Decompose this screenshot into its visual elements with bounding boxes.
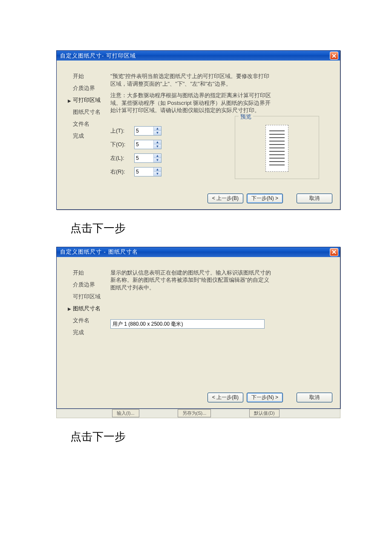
step-media-bounds: 介质边界 [68,84,110,92]
label-right: 右(R): [110,168,134,176]
help-text: 显示的默认信息表明正在创建的图纸尺寸。输入标识该图纸尺寸的新名称。新的图纸尺寸名… [110,269,272,292]
spin-bottom[interactable]: ▲▼ [134,140,161,149]
close-icon [332,54,336,58]
spin-down-icon[interactable]: ▼ [154,131,161,135]
input-right[interactable] [135,168,153,176]
ghost-input-button: 输入(I)... [112,409,139,417]
ghost-saveas-button: 另存为(S)... [178,409,211,417]
input-bottom[interactable] [135,140,153,149]
label-bottom: 下(O): [110,141,134,148]
input-top[interactable] [135,127,153,135]
paper-size-name-input[interactable] [110,319,265,329]
next-button[interactable]: 下一步(N) > [247,393,283,402]
instruction-text-1: 点击下一步 [70,221,392,236]
dialog-paper-size-name: 自定义图纸尺寸 - 图纸尺寸名 开始 介质边界 可打印区域 图纸尺寸名 文件名 … [56,247,340,409]
spin-up-icon[interactable]: ▲ [154,127,161,131]
preview-label: 预览 [239,113,253,121]
close-button[interactable] [330,52,338,60]
step-filename: 文件名 [68,120,110,128]
label-left: 左(L): [110,154,134,162]
titlebar[interactable]: 自定义图纸尺寸- 可打印区域 [57,51,340,61]
margin-inputs: 上(T): ▲▼ 下(O): ▲▼ [110,126,161,182]
preview-groupbox: 预览 [235,116,319,179]
next-button[interactable]: 下一步(N) > [247,194,283,203]
ghost-default-button: 默认值(D) [249,409,279,417]
background-toolbar: 输入(I)... 另存为(S)... 默认值(D) [56,409,340,418]
back-button[interactable]: < 上一步(B) [208,194,243,203]
spin-up-icon[interactable]: ▲ [154,168,161,172]
spin-up-icon[interactable]: ▲ [154,140,161,145]
spin-right[interactable]: ▲▼ [134,167,161,176]
step-printable-area: 可打印区域 [68,96,110,104]
step-paper-name: 图纸尺寸名 [68,108,110,116]
step-finish: 完成 [68,132,110,140]
step-start: 开始 [68,72,110,80]
spin-down-icon[interactable]: ▼ [154,158,161,162]
spin-down-icon[interactable]: ▼ [154,172,161,176]
close-button[interactable] [330,248,338,256]
label-top: 上(T): [110,127,134,135]
back-button[interactable]: < 上一步(B) [208,393,243,402]
input-left[interactable] [135,154,153,162]
wizard-steps: 开始 介质边界 可打印区域 图纸尺寸名 文件名 完成 [68,72,110,182]
dialog-title: 自定义图纸尺寸- 可打印区域 [60,52,136,60]
dialog-printable-area: 自定义图纸尺寸- 可打印区域 开始 介质边界 可打印区域 图纸尺寸名 文件名 完… [56,50,340,210]
help-text-2: 注意：大多数驱动程序根据与图纸边界的指定距离来计算可打印区域。某些驱动程序（如 … [110,92,272,114]
titlebar[interactable]: 自定义图纸尺寸 - 图纸尺寸名 [57,247,340,257]
wizard-steps: 开始 介质边界 可打印区域 图纸尺寸名 文件名 完成 [68,269,110,382]
spin-down-icon[interactable]: ▼ [154,145,161,149]
step-printable-area: 可打印区域 [68,293,110,301]
step-paper-name: 图纸尺寸名 [68,305,110,312]
instruction-text-2: 点击下一步 [70,429,392,444]
help-text-1: "预览"控件表明当前选定图纸尺寸上的可打印区域。要修改非打印区域，请调整页面的"… [110,72,272,87]
spin-top[interactable]: ▲▼ [134,126,161,136]
spin-left[interactable]: ▲▼ [134,153,161,163]
step-media-bounds: 介质边界 [68,281,110,289]
dialog-title: 自定义图纸尺寸 - 图纸尺寸名 [60,248,138,256]
dialog-buttons: < 上一步(B) 下一步(N) > 取消 [57,389,340,408]
dialog-buttons: < 上一步(B) 下一步(N) > 取消 [57,190,340,209]
step-filename: 文件名 [68,317,110,324]
cancel-button[interactable]: 取消 [297,393,332,402]
cancel-button[interactable]: 取消 [297,194,332,203]
spin-up-icon[interactable]: ▲ [154,154,161,159]
close-icon [332,250,336,254]
step-start: 开始 [68,269,110,277]
step-finish: 完成 [68,329,110,336]
preview-page-icon [265,125,288,172]
